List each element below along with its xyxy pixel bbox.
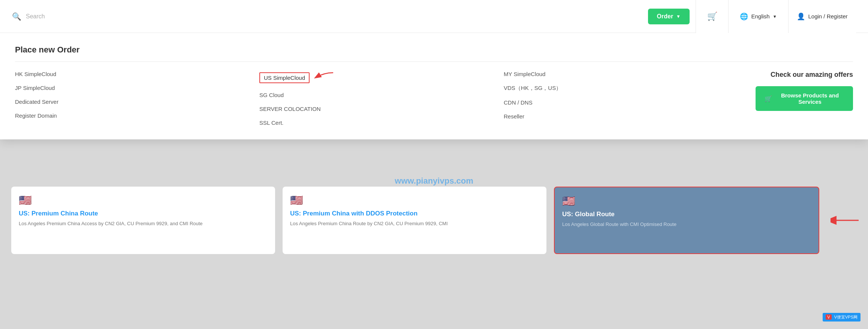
card-us-premium-ddos[interactable]: 🇺🇸 US: Premium China with DDOS Protectio… (283, 187, 546, 254)
language-label: English (751, 13, 769, 19)
search-input[interactable]: Search (26, 13, 45, 20)
sidebar-item-reseller[interactable]: Reseller (504, 113, 748, 120)
card-us-premium-china[interactable]: 🇺🇸 US: Premium China Route Los Angeles P… (11, 187, 275, 254)
sidebar-item-vds[interactable]: VDS（HK，SG，US） (504, 85, 748, 92)
user-icon: 👤 (797, 12, 805, 21)
login-label: Login / Register (808, 13, 847, 19)
menu-col-1: HK SimpleCloud JP SimpleCloud Dedicated … (15, 71, 259, 126)
sidebar-item-jp-simplecloud[interactable]: JP SimpleCloud (15, 85, 259, 91)
browse-products-label: Browse Products and Services (776, 92, 844, 105)
cart-icon-browse: 🛒 (765, 95, 772, 102)
right-arrow-icon (831, 213, 861, 228)
card-desc-2: Los Angeles Premium China Route by CN2 G… (290, 220, 539, 227)
header: 🔍 Search Order ▼ 🛒 🌐 English ▼ 👤 Login /… (0, 0, 868, 33)
sidebar-item-register-domain[interactable]: Register Domain (15, 112, 259, 119)
dropdown-title: Place new Order (15, 45, 853, 62)
chevron-down-icon: ▼ (676, 14, 681, 19)
card-us-global-route[interactable]: 🇺🇸 US: Global Route Los Angeles Global R… (554, 187, 819, 254)
check-offers-text: Check our amazing offers (771, 71, 853, 79)
sidebar-item-us-simplecloud[interactable]: US SimpleCloud (259, 72, 310, 83)
card-arrow-container (823, 187, 861, 254)
card-title-1: US: Premium China Route (19, 209, 268, 218)
sidebar-item-cdn-dns[interactable]: CDN / DNS (504, 99, 748, 106)
card-title-2: US: Premium China with DDOS Protection (290, 209, 539, 218)
card-flag-3: 🇺🇸 (562, 195, 811, 207)
card-flag-2: 🇺🇸 (290, 194, 539, 206)
sidebar-item-my-simplecloud[interactable]: MY SimpleCloud (504, 71, 748, 77)
browse-products-button[interactable]: 🛒 Browse Products and Services (756, 86, 853, 111)
red-arrow-icon (313, 71, 335, 84)
chevron-down-icon-lang: ▼ (773, 14, 777, 19)
search-icon: 🔍 (12, 12, 21, 21)
sidebar-item-hk-simplecloud[interactable]: HK SimpleCloud (15, 71, 259, 77)
order-label: Order (657, 13, 673, 20)
login-button[interactable]: 👤 Login / Register (789, 0, 856, 33)
header-left: 🔍 Search (12, 12, 648, 21)
order-button[interactable]: Order ▼ (648, 9, 690, 24)
header-right: Order ▼ 🛒 🌐 English ▼ 👤 Login / Register (648, 0, 856, 33)
sidebar-item-sg-cloud[interactable]: SG Cloud (259, 92, 504, 98)
menu-col-3: MY SimpleCloud VDS（HK，SG，US） CDN / DNS R… (504, 71, 748, 126)
card-desc-1: Los Angeles Premium China Access by CN2 … (19, 220, 268, 227)
cards-row: 🇺🇸 US: Premium China Route Los Angeles P… (0, 187, 868, 254)
card-desc-3: Los Angeles Global Route with CMI Optimi… (562, 221, 811, 228)
card-title-3: US: Global Route (562, 210, 811, 218)
right-panel: Check our amazing offers 🛒 Browse Produc… (748, 71, 853, 126)
logo-badge: V V便宜VPS网 (823, 313, 861, 322)
sidebar-item-dedicated-server[interactable]: Dedicated Server (15, 99, 259, 105)
menu-row-us: US SimpleCloud (259, 71, 504, 84)
menu-col-2: US SimpleCloud SG Cloud SERVER COLOCATIO… (259, 71, 504, 126)
cart-icon: 🛒 (707, 12, 717, 21)
logo-v: V (826, 314, 831, 320)
dropdown-content: HK SimpleCloud JP SimpleCloud Dedicated … (15, 71, 853, 126)
card-flag-1: 🇺🇸 (19, 194, 268, 206)
language-button[interactable]: 🌐 English ▼ (729, 0, 789, 33)
sidebar-item-ssl-cert[interactable]: SSL Cert. (259, 120, 504, 126)
dropdown-panel: Place new Order HK SimpleCloud JP Simple… (0, 33, 868, 139)
globe-icon: 🌐 (740, 12, 748, 21)
cart-button[interactable]: 🛒 (696, 0, 729, 33)
sidebar-item-server-colocation[interactable]: SERVER COLOCATION (259, 106, 504, 112)
logo-text: V便宜VPS网 (834, 315, 858, 319)
menu-columns: HK SimpleCloud JP SimpleCloud Dedicated … (15, 71, 748, 126)
